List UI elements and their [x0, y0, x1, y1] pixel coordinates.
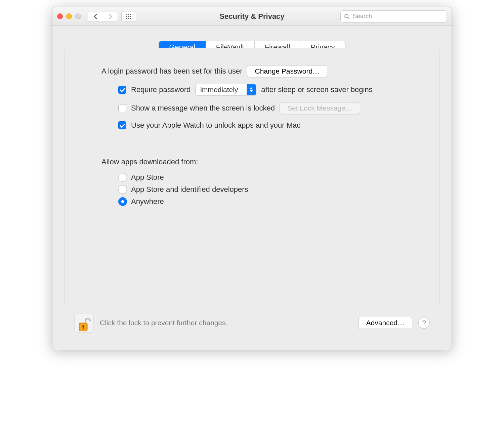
allow-apps-options: App Store App Store and identified devel… — [101, 170, 421, 209]
svg-point-8 — [130, 18, 131, 19]
button-label: Change Password… — [255, 67, 320, 75]
svg-point-6 — [126, 18, 127, 19]
allow-apps-option-appstore[interactable]: App Store — [118, 173, 421, 182]
show-lock-message-checkbox[interactable] — [118, 104, 126, 112]
apple-watch-unlock-checkbox[interactable] — [118, 121, 126, 129]
radio-button[interactable] — [118, 185, 127, 194]
search-icon — [344, 14, 349, 19]
show-lock-message-label: Show a message when the screen is locked — [131, 104, 275, 113]
zoom-window-button — [75, 13, 81, 19]
search-input[interactable] — [352, 12, 443, 20]
radio-label: Anywhere — [131, 197, 164, 206]
button-label: Set Lock Message… — [287, 104, 352, 112]
svg-point-4 — [128, 16, 129, 17]
unlocked-padlock-icon — [77, 317, 91, 332]
require-password-row: Require password immediately after sleep… — [101, 84, 421, 95]
section-divider — [83, 148, 421, 148]
lock-button[interactable] — [74, 313, 94, 333]
require-password-label-after: after sleep or screen saver begins — [261, 85, 372, 94]
change-password-button[interactable]: Change Password… — [247, 65, 327, 77]
radio-label: App Store and identified developers — [131, 185, 248, 194]
window-toolbar: Security & Privacy — [52, 7, 452, 26]
nav-back-forward — [88, 11, 118, 22]
window-controls — [57, 13, 81, 19]
preferences-footer: Click the lock to prevent further change… — [64, 307, 440, 341]
lock-status-message: Click the lock to prevent further change… — [100, 319, 228, 327]
allow-apps-option-anywhere[interactable]: Anywhere — [118, 197, 421, 206]
apple-watch-row: Use your Apple Watch to unlock apps and … — [101, 121, 421, 130]
svg-point-7 — [128, 18, 129, 19]
require-password-label-before: Require password — [131, 85, 191, 94]
apple-watch-label: Use your Apple Watch to unlock apps and … — [131, 121, 300, 130]
radio-button[interactable] — [118, 173, 127, 182]
require-password-checkbox[interactable] — [118, 86, 126, 94]
grid-icon — [126, 13, 132, 19]
radio-label: App Store — [131, 173, 164, 182]
preferences-body: General FileVault Firewall Privacy A log… — [52, 26, 452, 350]
radio-button[interactable] — [118, 197, 127, 206]
chevron-right-icon — [109, 14, 113, 19]
svg-rect-14 — [83, 327, 84, 329]
preferences-window: Security & Privacy General FileVault Fir… — [52, 7, 452, 350]
close-window-button[interactable] — [57, 13, 63, 19]
forward-button[interactable] — [103, 11, 118, 22]
require-password-delay-select[interactable]: immediately — [195, 84, 256, 95]
svg-point-5 — [130, 16, 131, 17]
allow-apps-heading: Allow apps downloaded from: — [101, 158, 421, 166]
login-password-label: A login password has been set for this u… — [101, 67, 242, 76]
svg-point-3 — [126, 16, 127, 17]
chevron-left-icon — [93, 14, 97, 19]
svg-line-10 — [348, 17, 349, 19]
general-panel: A login password has been set for this u… — [64, 48, 440, 307]
show-all-prefs-button[interactable] — [121, 11, 136, 22]
svg-point-0 — [126, 14, 127, 15]
login-password-row: A login password has been set for this u… — [101, 65, 421, 77]
show-lock-message-row: Show a message when the screen is locked… — [101, 102, 421, 114]
help-button[interactable]: ? — [418, 317, 430, 329]
back-button[interactable] — [88, 11, 103, 22]
svg-point-2 — [130, 14, 131, 15]
set-lock-message-button: Set Lock Message… — [280, 102, 360, 114]
allow-apps-option-identified[interactable]: App Store and identified developers — [118, 185, 421, 194]
svg-point-1 — [128, 14, 129, 15]
stepper-arrows-icon — [247, 84, 256, 95]
select-value: immediately — [196, 84, 247, 95]
minimize-window-button[interactable] — [66, 13, 72, 19]
button-label: Advanced… — [366, 319, 405, 327]
search-field[interactable] — [340, 10, 447, 23]
advanced-button[interactable]: Advanced… — [359, 317, 412, 329]
help-icon: ? — [422, 319, 426, 327]
